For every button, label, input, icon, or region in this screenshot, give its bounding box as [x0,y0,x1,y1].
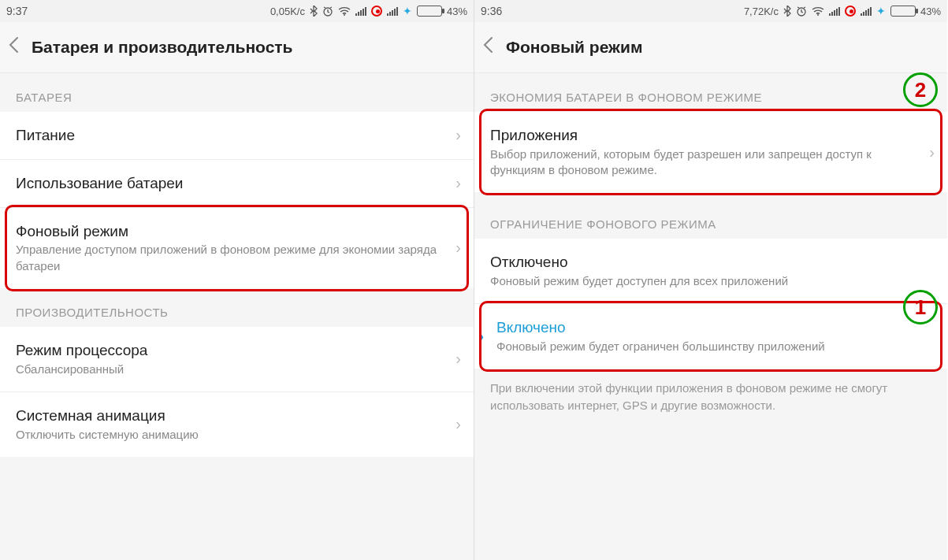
back-icon[interactable] [8,36,32,58]
row-power-title: Питание [16,126,449,145]
row-off-title: Отключено [490,253,935,272]
row-anim[interactable]: Системная анимация Отключить системную а… [0,392,474,457]
svg-rect-6 [365,7,366,16]
svg-rect-2 [355,13,357,16]
row-cpu[interactable]: Режим процессора Сбалансированный › [0,327,474,392]
svg-point-13 [817,14,819,16]
svg-rect-18 [838,7,840,16]
svg-rect-14 [829,13,831,16]
section-limit: ОГРАНИЧЕНИЕ ФОНОВОГО РЕЖИМА [474,200,947,239]
svg-rect-15 [831,12,833,16]
row-apps[interactable]: Приложения Выбор приложений, которым буд… [474,112,947,192]
titlebar-right: Фоновый режим [474,22,947,73]
svg-rect-10 [394,9,396,16]
row-cpu-title: Режим процессора [16,341,449,360]
section-perf: ПРОИЗВОДИТЕЛЬНОСТЬ [0,288,474,327]
chevron-right-icon: › [923,143,935,161]
vodafone-icon [845,6,856,17]
svg-rect-11 [396,7,398,16]
signal2-icon [861,6,872,16]
phone-right: 9:36 7,72K/c ✦ 43% [474,0,947,560]
alarm-icon [796,6,807,17]
svg-rect-9 [392,10,393,16]
row-off-sub: Фоновый режим будет доступен для всех пр… [490,273,935,289]
svg-rect-20 [863,12,864,16]
wifi-icon [812,6,824,16]
kyivstar-icon: ✦ [876,5,886,17]
svg-rect-4 [360,10,362,16]
row-apps-sub: Выбор приложений, которым будет разрешен… [490,146,923,179]
row-usage[interactable]: Использование батареи › [0,160,474,208]
statusbar-left: 9:37 0,05K/c ✦ 43% [0,0,474,22]
titlebar-left: Батарея и производительность [0,22,474,73]
bluetooth-icon [783,6,791,17]
svg-point-1 [344,14,345,16]
back-icon[interactable] [482,36,506,58]
page-title: Фоновый режим [506,38,642,57]
status-time: 9:36 [481,5,502,17]
vodafone-icon [371,6,382,17]
phone-left: 9:37 0,05K/c ✦ 43% [0,0,474,560]
bluetooth-icon [310,6,318,17]
chevron-right-icon: › [449,350,461,368]
page-title: Батарея и производительность [32,38,293,57]
svg-rect-3 [358,12,359,16]
row-on[interactable]: › Включено Фоновый режим будет ограничен… [474,304,947,369]
svg-rect-21 [865,10,867,16]
row-anim-sub: Отключить системную анимацию [16,427,449,443]
signal-icon [829,6,840,16]
svg-rect-23 [870,7,872,16]
svg-rect-5 [362,9,364,16]
section-battery: БАТАРЕЯ [0,73,474,112]
check-icon: › [479,328,493,345]
footer-note: При включении этой функции приложения в … [474,369,947,425]
svg-rect-22 [868,9,869,16]
row-bgmode-sub: Управление доступом приложений в фоновом… [16,242,449,274]
svg-rect-19 [861,13,862,16]
row-bgmode-title: Фоновый режим [16,222,449,241]
row-bgmode[interactable]: Фоновый режим Управление доступом прилож… [0,208,474,288]
row-on-title: Включено [496,318,935,337]
row-cpu-sub: Сбалансированный [16,362,449,377]
status-speed: 0,05K/c [270,6,305,17]
battery-icon [890,6,916,17]
battery-icon [417,6,442,17]
row-anim-title: Системная анимация [16,406,449,425]
row-apps-title: Приложения [490,126,923,145]
wifi-icon [338,6,351,16]
svg-rect-17 [836,9,838,16]
alarm-icon [322,6,333,17]
row-off[interactable]: Отключено Фоновый режим будет доступен д… [474,239,947,304]
kyivstar-icon: ✦ [403,5,412,17]
chevron-right-icon: › [449,415,461,433]
row-on-sub: Фоновый режим будет ограничен большинств… [496,339,935,354]
status-speed: 7,72K/c [744,6,779,17]
svg-rect-7 [387,13,388,16]
chevron-right-icon: › [449,174,461,192]
signal2-icon [387,6,398,16]
svg-rect-16 [834,10,835,16]
battery-pct: 43% [920,6,941,17]
row-usage-title: Использование батареи [16,174,449,193]
svg-rect-8 [389,12,391,16]
row-power[interactable]: Питание › [0,112,474,160]
section-econ: ЭКОНОМИЯ БАТАРЕИ В ФОНОВОМ РЕЖИМЕ [474,73,947,112]
chevron-right-icon: › [449,126,461,144]
status-time: 9:37 [6,5,28,17]
battery-pct: 43% [447,6,467,17]
signal-icon [355,6,366,16]
statusbar-right: 9:36 7,72K/c ✦ 43% [474,0,947,22]
chevron-right-icon: › [449,239,461,257]
